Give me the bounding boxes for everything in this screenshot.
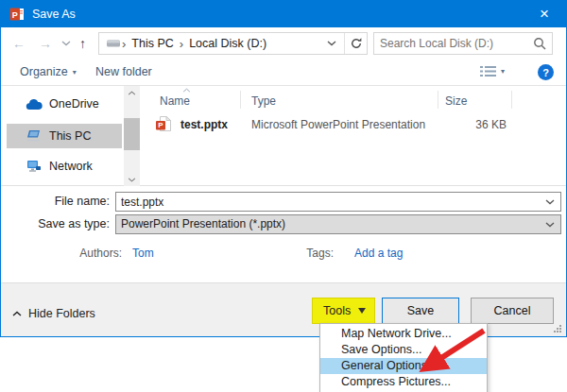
file-list: Name Type Size P test.pptx Microsoft [143, 86, 565, 186]
command-bar: Organize ▾ New folder ▾ ? [1, 60, 566, 86]
back-icon[interactable]: ← [12, 34, 26, 53]
new-folder-button[interactable]: New folder [95, 65, 152, 78]
file-name-label: File name: [1, 195, 110, 208]
onedrive-cloud-icon [26, 98, 43, 111]
close-icon[interactable]: × [523, 1, 566, 27]
help-icon[interactable]: ? [538, 64, 554, 80]
main-area: OneDrive This PC [1, 86, 566, 186]
recent-locations-chevron-icon[interactable] [61, 41, 71, 46]
sort-ascending-icon [182, 88, 191, 93]
hide-folders-button[interactable]: Hide Folders [12, 307, 95, 320]
menu-item-general-options[interactable]: General Options... [320, 358, 487, 374]
this-pc-icon [26, 129, 43, 143]
authors-value[interactable]: Tom [132, 247, 154, 260]
chevron-up-icon [12, 311, 22, 316]
sidebar-item-network[interactable]: Network [1, 154, 122, 179]
hide-folders-label: Hide Folders [28, 307, 95, 320]
scrollbar-thumb[interactable] [124, 118, 140, 150]
navigation-bar: ← → ↑ › This PC › Local Disk (D:) [1, 27, 566, 60]
tags-label: Tags: [266, 247, 334, 260]
menu-item-map-network-drive[interactable]: Map Network Drive... [320, 326, 487, 342]
refresh-button[interactable] [345, 33, 367, 54]
forward-icon[interactable]: → [39, 34, 52, 53]
address-bar[interactable]: › This PC › Local Disk (D:) [98, 32, 368, 55]
file-list-header: Name Type Size [143, 88, 565, 109]
sidebar-item-this-pc[interactable]: This PC [7, 124, 122, 148]
sidebar-item-onedrive[interactable]: OneDrive [1, 92, 122, 116]
file-size-cell: 36 KB [438, 118, 507, 131]
cancel-button[interactable]: Cancel [471, 298, 554, 324]
column-header-type[interactable]: Type [251, 94, 276, 108]
tools-dropdown-arrow-icon[interactable] [358, 308, 366, 314]
up-icon[interactable]: ↑ [79, 34, 86, 53]
menu-item-save-options[interactable]: Save Options... [320, 342, 487, 358]
new-folder-label: New folder [95, 65, 152, 78]
menu-item-compress-pictures[interactable]: Compress Pictures... [320, 374, 487, 390]
sidebar-scrollbar[interactable] [124, 86, 140, 186]
form-area: File name: Save as type: PowerPoint Pres… [1, 186, 566, 282]
save-as-type-value: PowerPoint Presentation (*.pptx) [116, 215, 560, 233]
column-header-name[interactable]: Name [160, 94, 190, 108]
sidebar-item-label: Network [49, 160, 93, 173]
views-list-icon [480, 65, 496, 77]
network-icon [26, 160, 43, 173]
svg-text:P: P [158, 121, 163, 129]
views-button[interactable]: ▾ [480, 65, 505, 77]
tools-button[interactable]: Tools [323, 304, 351, 317]
sidebar-item-label: This PC [49, 129, 91, 143]
chevron-down-icon: ▾ [501, 67, 505, 76]
pptx-file-icon: P [156, 116, 171, 131]
save-button[interactable]: Save [382, 298, 459, 324]
search-icon [533, 37, 546, 50]
column-header-size[interactable]: Size [445, 94, 467, 108]
breadcrumb-this-pc[interactable]: This PC [127, 37, 178, 50]
file-name-combobox[interactable] [115, 192, 561, 212]
save-as-dialog: P Save As × ← → ↑ › This PC › Local Disk… [0, 0, 567, 337]
drive-icon [106, 38, 121, 49]
scroll-down-icon[interactable] [124, 173, 140, 186]
sidebar-item-label: OneDrive [49, 97, 99, 111]
scroll-up-icon[interactable] [124, 86, 140, 99]
titlebar: P Save As × [1, 1, 566, 27]
file-name-cell: test.pptx [180, 118, 228, 131]
tags-add-link[interactable]: Add a tag [354, 247, 403, 260]
search-input[interactable] [380, 37, 533, 50]
breadcrumb-local-disk[interactable]: Local Disk (D:) [184, 37, 271, 50]
authors-label: Authors: [1, 247, 122, 260]
file-type-cell: Microsoft PowerPoint Presentation [251, 118, 425, 131]
address-dropdown-chevron-icon[interactable] [327, 41, 336, 46]
column-divider[interactable] [438, 91, 438, 109]
search-box[interactable] [373, 32, 553, 55]
organize-label: Organize [20, 65, 68, 78]
file-row[interactable]: P test.pptx Microsoft PowerPoint Present… [143, 112, 565, 135]
file-name-input[interactable] [116, 194, 560, 212]
refresh-icon [350, 37, 363, 50]
svg-text:P: P [12, 10, 18, 20]
resize-grip-icon[interactable] [553, 324, 562, 333]
save-as-type-dropdown[interactable]: PowerPoint Presentation (*.pptx) [115, 214, 561, 234]
screenshot-canvas: P Save As × ← → ↑ › This PC › Local Disk… [0, 0, 567, 392]
chevron-down-icon[interactable] [545, 222, 555, 228]
window-title: Save As [32, 8, 76, 21]
tools-button-highlight: Tools [312, 298, 375, 324]
organize-button[interactable]: Organize ▾ [20, 65, 77, 78]
chevron-down-icon: ▾ [73, 68, 77, 77]
column-divider[interactable] [240, 91, 241, 109]
save-as-type-label: Save as type: [1, 217, 110, 230]
tools-menu: Map Network Drive... Save Options... Gen… [319, 323, 488, 392]
chevron-down-icon[interactable] [545, 199, 555, 205]
powerpoint-app-icon: P [9, 7, 25, 22]
column-divider[interactable] [511, 91, 512, 109]
